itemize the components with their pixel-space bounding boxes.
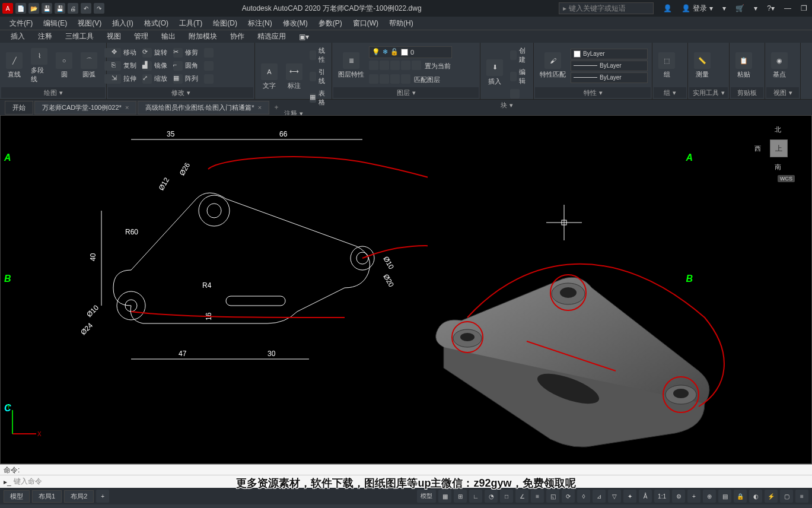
menu-file[interactable]: 文件(F) <box>5 17 37 30</box>
menu-window[interactable]: 窗口(W) <box>348 17 383 30</box>
minimize-icon[interactable]: — <box>782 3 794 14</box>
menu-insert[interactable]: 插入(I) <box>107 17 138 30</box>
modelspace-button[interactable]: 模型 <box>417 490 436 503</box>
fillet-button[interactable]: ⌐圆角 <box>171 60 200 72</box>
panel-draw-title[interactable]: 绘图 ▾ <box>1 87 105 98</box>
file-tab-1[interactable]: 万老师CAD学堂-100例022*× <box>34 101 136 115</box>
search-input[interactable]: ▸ 键入关键字或短语 <box>559 2 654 14</box>
set-current-button[interactable]: 置为当前 <box>422 61 453 72</box>
isolate-icon[interactable]: ◐ <box>749 490 762 503</box>
panel-viewbase-title[interactable]: 视图 ▾ <box>766 87 799 98</box>
paste-button[interactable]: 📋粘贴 <box>732 51 756 80</box>
infocenter-icon[interactable]: 👤 <box>661 3 674 14</box>
layer-tool-4[interactable] <box>401 61 410 70</box>
modify-ext-2[interactable] <box>202 60 216 72</box>
arc-button[interactable]: ⌒圆弧 <box>77 51 101 80</box>
modify-ext-3[interactable] <box>202 73 216 85</box>
menu-parametric[interactable]: 参数(P) <box>314 17 347 30</box>
copy-button[interactable]: ⎘复制 <box>109 60 139 72</box>
ribbon-tab-addins[interactable]: 附加模块 <box>183 30 223 43</box>
grid-icon[interactable]: ▦ <box>438 490 451 503</box>
panel-group-title[interactable]: 组 ▾ <box>654 87 686 98</box>
match-props-button[interactable]: 🖌特性匹配 <box>536 51 569 80</box>
workspace-icon[interactable]: ⚙ <box>672 490 685 503</box>
cart-icon[interactable]: 🛒 <box>733 3 747 14</box>
edit-block-button[interactable]: 编辑 <box>508 66 531 87</box>
new-icon[interactable]: 📄 <box>15 3 26 14</box>
scale-button[interactable]: 1:1 <box>654 490 670 503</box>
panel-block-title[interactable]: 块 ▾ <box>482 101 532 110</box>
drawing-area[interactable]: A B C A B 35 66 40 47 30 16 R60 R4 Ø26 Ø… <box>0 115 812 464</box>
menu-format[interactable]: 格式(O) <box>139 17 173 30</box>
ribbon-tab-manage[interactable]: 管理 <box>128 30 154 43</box>
nav-top-face[interactable]: 上 <box>770 139 788 157</box>
group-button[interactable]: ⬚组 <box>655 51 679 80</box>
save-icon[interactable]: 💾 <box>42 3 52 14</box>
layout2-tab[interactable]: 布局2 <box>64 490 94 503</box>
table-button[interactable]: ▦表格 <box>307 88 330 108</box>
restore-icon[interactable]: ❐ <box>798 3 810 14</box>
cleanscreen-icon[interactable]: ▢ <box>780 490 793 503</box>
transparency-icon[interactable]: ◱ <box>546 490 559 503</box>
menu-dimension[interactable]: 标注(N) <box>243 17 277 30</box>
saveas-icon[interactable]: 💾 <box>55 3 65 14</box>
nav-south[interactable]: 南 <box>775 163 781 172</box>
layer-tool-2[interactable] <box>380 61 389 70</box>
close-icon[interactable]: × <box>258 104 262 111</box>
layer-tool-9[interactable] <box>401 74 410 84</box>
scale-button[interactable]: ⤢缩放 <box>140 73 170 85</box>
text-button[interactable]: A文字 <box>257 62 281 91</box>
ortho-icon[interactable]: ∟ <box>469 490 482 503</box>
help-icon[interactable]: ?▾ <box>765 3 777 14</box>
nav-north[interactable]: 北 <box>775 125 781 134</box>
plot-icon[interactable]: 🖨 <box>68 3 78 14</box>
model-tab[interactable]: 模型 <box>4 490 30 503</box>
stretch-button[interactable]: ⇲拉伸 <box>109 73 139 85</box>
menu-help[interactable]: 帮助(H) <box>384 17 418 30</box>
dimension-button[interactable]: ⟷标注 <box>282 62 306 91</box>
quickprops-icon[interactable]: ▤ <box>718 490 731 503</box>
linetype-dropdown[interactable]: ByLayer <box>571 72 648 83</box>
hwaccel-icon[interactable]: ⚡ <box>765 490 778 503</box>
customize-icon[interactable]: ≡ <box>795 490 808 503</box>
stayconnected-icon[interactable]: ▾ <box>752 3 760 14</box>
polyline-button[interactable]: ⌇多段线 <box>27 47 51 85</box>
layer-tool-8[interactable] <box>390 74 400 84</box>
layer-props-button[interactable]: ≣图层特性 <box>335 51 368 80</box>
open-icon[interactable]: 📂 <box>28 3 39 14</box>
app-menu-icon[interactable]: A <box>2 3 13 14</box>
annoscale-icon[interactable]: Å <box>639 490 652 503</box>
wcs-badge[interactable]: WCS <box>778 175 795 182</box>
gizmo-icon[interactable]: ✦ <box>623 490 636 503</box>
nav-west[interactable]: 西 <box>754 144 761 153</box>
menu-view[interactable]: 视图(V) <box>73 17 106 30</box>
panel-properties-title[interactable]: 特性 ▾ <box>535 87 651 98</box>
exchange-icon[interactable]: ▾ <box>720 3 728 14</box>
trim-button[interactable]: ✂修剪 <box>171 47 200 59</box>
line-button[interactable]: ╱直线 <box>2 51 26 80</box>
filter-icon[interactable]: ▽ <box>608 490 621 503</box>
redo-icon[interactable]: ↷ <box>94 3 104 14</box>
close-icon[interactable]: × <box>125 104 129 111</box>
match-layer-button[interactable]: 匹配图层 <box>412 74 442 85</box>
panel-utility-title[interactable]: 实用工具 ▾ <box>689 87 728 98</box>
layer-tool-1[interactable] <box>369 61 378 70</box>
ribbon-tab-collab[interactable]: 协作 <box>224 30 250 43</box>
layout1-tab[interactable]: 布局1 <box>32 490 62 503</box>
dynucs-icon[interactable]: ⊿ <box>593 490 606 503</box>
menu-draw[interactable]: 绘图(D) <box>208 17 242 30</box>
ribbon-expand-icon[interactable]: ▣▾ <box>293 31 315 42</box>
basepoint-button[interactable]: ◉基点 <box>768 51 791 80</box>
start-tab[interactable]: 开始 <box>5 101 33 115</box>
login-button[interactable]: 👤登录▾ <box>679 2 715 15</box>
panel-modify-title[interactable]: 修改 ▾ <box>108 87 253 98</box>
menu-modify[interactable]: 修改(M) <box>278 17 313 30</box>
cycling-icon[interactable]: ⟳ <box>562 490 575 503</box>
menu-tools[interactable]: 工具(T) <box>174 17 207 30</box>
units-icon[interactable]: ⊕ <box>703 490 716 503</box>
lineweight-icon[interactable]: ≡ <box>531 490 544 503</box>
otrack-icon[interactable]: ∠ <box>515 490 528 503</box>
measure-button[interactable]: 📏测量 <box>690 51 714 80</box>
layer-tool-7[interactable] <box>380 74 389 84</box>
undo-icon[interactable]: ↶ <box>81 3 91 14</box>
